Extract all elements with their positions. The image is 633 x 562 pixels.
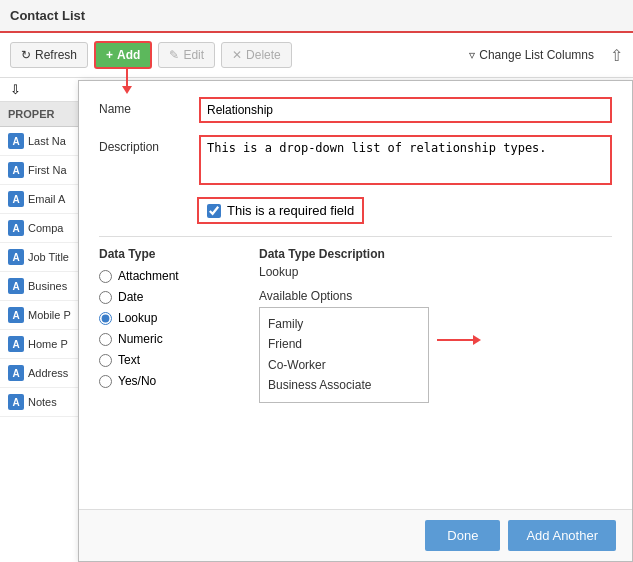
radio-attachment[interactable]: Attachment	[99, 269, 229, 283]
type-icon: A	[8, 394, 24, 410]
add-button[interactable]: + Add	[94, 41, 152, 69]
sidebar-header: PROPER	[0, 102, 84, 127]
item-label: Job Title	[28, 251, 69, 263]
item-label: First Na	[28, 164, 67, 176]
type-icon: A	[8, 307, 24, 323]
type-icon: A	[8, 278, 24, 294]
radio-attachment-input[interactable]	[99, 270, 112, 283]
radio-date-label: Date	[118, 290, 143, 304]
data-type-desc-value: Lookup	[259, 265, 612, 279]
description-row: Description This is a drop-down list of …	[99, 135, 612, 185]
download-icon: ⇩	[10, 82, 21, 97]
description-input[interactable]: This is a drop-down list of relationship…	[199, 135, 612, 185]
data-type-col: Data Type Attachment Date Lookup	[99, 247, 229, 403]
type-icon: A	[8, 133, 24, 149]
content-area: PROPER A Last Na A First Na A Email A A …	[0, 102, 633, 550]
delete-button[interactable]: ✕ Delete	[221, 42, 292, 68]
refresh-label: Refresh	[35, 48, 77, 62]
type-icon: A	[8, 365, 24, 381]
type-icon: A	[8, 191, 24, 207]
edit-label: Edit	[183, 48, 204, 62]
list-item[interactable]: A First Na	[0, 156, 84, 185]
item-label: Mobile P	[28, 309, 71, 321]
type-icon: A	[8, 336, 24, 352]
radio-lookup-label: Lookup	[118, 311, 157, 325]
list-item[interactable]: A Notes	[0, 388, 84, 417]
item-label: Busines	[28, 280, 67, 292]
item-label: Notes	[28, 396, 57, 408]
available-options-title: Available Options	[259, 289, 612, 303]
item-label: Last Na	[28, 135, 66, 147]
list-item[interactable]: A Address	[0, 359, 84, 388]
list-item[interactable]: A Busines	[0, 272, 84, 301]
radio-lookup[interactable]: Lookup	[99, 311, 229, 325]
data-type-description-col: Data Type Description Lookup Available O…	[259, 247, 612, 403]
list-item[interactable]: A Mobile P	[0, 301, 84, 330]
required-checkbox[interactable]	[207, 204, 221, 218]
radio-yesno[interactable]: Yes/No	[99, 374, 229, 388]
option-business-associate: Business Associate	[268, 375, 420, 395]
edit-icon: ✎	[169, 48, 179, 62]
add-arrow-head	[122, 86, 132, 94]
option-friend: Friend	[268, 334, 420, 354]
upload-icon: ⇧	[610, 47, 623, 64]
radio-attachment-label: Attachment	[118, 269, 179, 283]
name-label: Name	[99, 97, 189, 116]
arrow-shaft	[437, 339, 473, 341]
delete-icon: ✕	[232, 48, 242, 62]
arrow-annotation	[437, 335, 481, 345]
sidebar: PROPER A Last Na A First Na A Email A A …	[0, 102, 85, 550]
radio-lookup-input[interactable]	[99, 312, 112, 325]
required-checkbox-row: This is a required field	[197, 197, 364, 224]
done-button[interactable]: Done	[425, 520, 500, 551]
radio-text-input[interactable]	[99, 354, 112, 367]
radio-numeric-input[interactable]	[99, 333, 112, 346]
item-label: Address	[28, 367, 68, 379]
option-family: Family	[268, 314, 420, 334]
radio-yesno-label: Yes/No	[118, 374, 156, 388]
type-icon: A	[8, 162, 24, 178]
add-label: Add	[117, 48, 140, 62]
refresh-button[interactable]: ↻ Refresh	[10, 42, 88, 68]
add-button-arrow	[120, 68, 132, 94]
name-input[interactable]	[199, 97, 612, 123]
item-label: Email A	[28, 193, 65, 205]
list-item[interactable]: A Email A	[0, 185, 84, 214]
change-columns-label: Change List Columns	[479, 48, 594, 62]
item-label: Compa	[28, 222, 63, 234]
option-coworker: Co-Worker	[268, 355, 420, 375]
type-icon: A	[8, 249, 24, 265]
add-another-button[interactable]: Add Another	[508, 520, 616, 551]
item-label: Home P	[28, 338, 68, 350]
list-item[interactable]: A Last Na	[0, 127, 84, 156]
plus-icon: +	[106, 48, 113, 62]
delete-label: Delete	[246, 48, 281, 62]
main-panel: Contact List ↻ Refresh + Add ✎ Edit ✕ De…	[0, 0, 633, 562]
list-item[interactable]: A Compa	[0, 214, 84, 243]
radio-numeric-label: Numeric	[118, 332, 163, 346]
radio-yesno-input[interactable]	[99, 375, 112, 388]
radio-text[interactable]: Text	[99, 353, 229, 367]
data-type-title: Data Type	[99, 247, 229, 261]
title-bar: Contact List	[0, 0, 633, 33]
toolbar: ↻ Refresh + Add ✎ Edit ✕ Delete ▿ Change…	[0, 33, 633, 78]
add-dialog: Name Description This is a drop-down lis…	[78, 80, 633, 562]
radio-date-input[interactable]	[99, 291, 112, 304]
description-label: Description	[99, 135, 189, 154]
upload-button[interactable]: ⇧	[610, 46, 623, 65]
type-icon: A	[8, 220, 24, 236]
refresh-icon: ↻	[21, 48, 31, 62]
list-item[interactable]: A Job Title	[0, 243, 84, 272]
edit-button[interactable]: ✎ Edit	[158, 42, 215, 68]
add-arrow-vertical	[126, 68, 128, 86]
name-row: Name	[99, 97, 612, 123]
radio-numeric[interactable]: Numeric	[99, 332, 229, 346]
radio-text-label: Text	[118, 353, 140, 367]
data-type-desc-title: Data Type Description	[259, 247, 612, 261]
options-box: Family Friend Co-Worker Business Associa…	[259, 307, 429, 403]
arrow-head	[473, 335, 481, 345]
change-columns-button[interactable]: ▿ Change List Columns	[459, 43, 604, 67]
list-item[interactable]: A Home P	[0, 330, 84, 359]
radio-date[interactable]: Date	[99, 290, 229, 304]
dialog-body: Name Description This is a drop-down lis…	[79, 81, 632, 509]
